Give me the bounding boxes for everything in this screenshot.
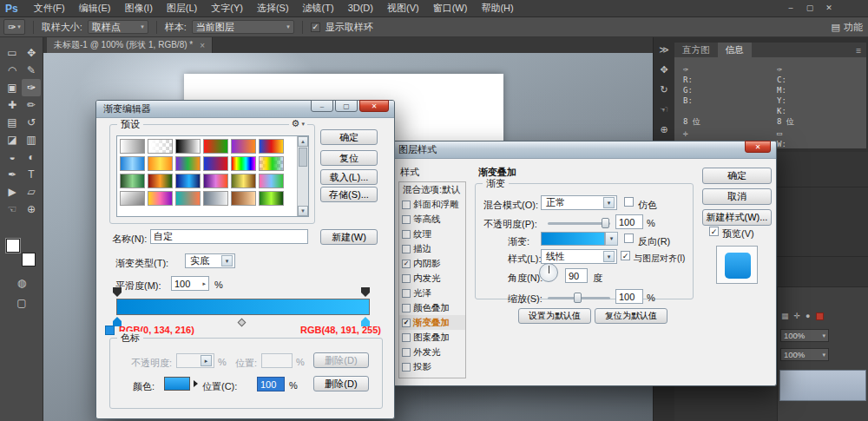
- style-dropdown[interactable]: 线性 ▾: [541, 249, 617, 264]
- new-style-button[interactable]: 新建样式(W)...: [702, 209, 772, 226]
- workspace-switcher[interactable]: ▤ 功能: [832, 17, 863, 36]
- rotate-3d-icon[interactable]: ↻: [660, 84, 667, 95]
- ok-button[interactable]: 确定: [320, 129, 378, 145]
- gradient-preset[interactable]: [148, 174, 173, 188]
- style-item-inner-glow[interactable]: 内发光: [399, 271, 465, 286]
- tool-preset-picker[interactable]: ✑ ▾: [3, 19, 25, 35]
- menu-image[interactable]: 图像(I): [117, 0, 159, 16]
- marquee-tool[interactable]: ▭: [3, 44, 22, 62]
- reverse-checkbox[interactable]: [624, 234, 634, 243]
- gradient-preset[interactable]: [231, 139, 256, 154]
- blur-tool[interactable]: ◒: [3, 148, 22, 166]
- gradient-preset[interactable]: [259, 191, 284, 206]
- gradient-preset[interactable]: [175, 191, 201, 206]
- menu-help[interactable]: 帮助(H): [474, 0, 520, 16]
- restore-button[interactable]: ▢: [800, 0, 819, 16]
- opacity-stop-left[interactable]: [113, 287, 122, 297]
- gradient-preset[interactable]: [148, 191, 173, 206]
- eyedropper-tool[interactable]: ✑: [22, 79, 41, 96]
- load-button[interactable]: 载入(L)...: [320, 169, 378, 185]
- hand-tool[interactable]: ☜: [3, 201, 22, 218]
- set-default-button[interactable]: 设置为默认值: [518, 308, 591, 324]
- selected-layer-row[interactable]: [779, 370, 866, 401]
- gradient-preset[interactable]: [203, 139, 228, 154]
- minimize-button[interactable]: –: [781, 0, 800, 16]
- scroll-up-icon[interactable]: ▲: [298, 136, 308, 147]
- gradient-bar[interactable]: [116, 299, 370, 315]
- dither-checkbox[interactable]: [624, 197, 634, 207]
- cancel-button[interactable]: 取消: [702, 188, 772, 205]
- gradient-preset[interactable]: [203, 174, 228, 188]
- smoothness-input[interactable]: 100 ▸: [171, 276, 209, 291]
- opacity-slider-knob[interactable]: [602, 218, 609, 228]
- gradient-preset[interactable]: [120, 174, 145, 188]
- gradient-name-input[interactable]: 自定: [150, 229, 308, 244]
- dialog-close-button[interactable]: ✕: [745, 141, 771, 153]
- pattern-overlay-checkbox[interactable]: [402, 333, 411, 342]
- style-item-pattern-overlay[interactable]: 图案叠加: [399, 330, 465, 345]
- menu-edit[interactable]: 编辑(E): [72, 0, 118, 16]
- gradient-preset[interactable]: [120, 139, 145, 154]
- opacity-input[interactable]: 100: [615, 214, 643, 229]
- gradient-preset[interactable]: [259, 174, 284, 188]
- path-select-tool[interactable]: ▶: [3, 183, 22, 201]
- gradient-swatch[interactable]: [541, 232, 605, 246]
- gradient-type-dropdown[interactable]: 实底 ▾: [185, 253, 235, 268]
- zoom-tool[interactable]: ⊕: [22, 201, 41, 218]
- background-color-swatch[interactable]: [22, 253, 36, 266]
- gradient-preset[interactable]: [120, 191, 145, 206]
- scale-slider-knob[interactable]: [574, 293, 582, 303]
- gradient-preset[interactable]: [203, 156, 228, 171]
- collapse-panels-icon[interactable]: ≫: [659, 44, 669, 56]
- style-item-color-overlay[interactable]: 颜色叠加: [399, 300, 465, 315]
- tab-info[interactable]: 信息: [718, 43, 752, 57]
- dialog-close-button[interactable]: ✕: [359, 100, 389, 112]
- menu-file[interactable]: 文件(F): [27, 0, 72, 16]
- sample-size-dropdown[interactable]: 取样点 ▾: [88, 20, 148, 34]
- pen-tool[interactable]: ✒: [3, 166, 22, 183]
- style-item-texture[interactable]: 纹理: [399, 227, 465, 241]
- scrollbar-thumb[interactable]: [299, 148, 307, 167]
- zoom-3d-icon[interactable]: ⊕: [660, 124, 667, 135]
- layer-opacity-field[interactable]: 100% ▾: [780, 329, 829, 342]
- eraser-tool[interactable]: ◪: [3, 131, 22, 148]
- quick-mask-icon[interactable]: ◍: [17, 277, 26, 289]
- history-brush-tool[interactable]: ↺: [22, 114, 41, 131]
- gradient-preset[interactable]: [175, 139, 201, 154]
- texture-checkbox[interactable]: [402, 230, 411, 239]
- tab-histogram[interactable]: 直方图: [674, 43, 718, 57]
- screen-mode-icon[interactable]: ▢: [16, 297, 26, 309]
- dodge-tool[interactable]: ◐: [22, 148, 41, 166]
- gradient-preset[interactable]: [231, 191, 256, 206]
- style-item-satin[interactable]: 光泽: [399, 286, 465, 300]
- document-tab[interactable]: 未标题-1 @ 100% (形状 1, RGB/8) * ×: [47, 37, 213, 53]
- menu-3d[interactable]: 3D(D): [341, 0, 380, 16]
- sample-dropdown[interactable]: 当前图层 ▾: [192, 20, 294, 34]
- layer-style-titlebar[interactable]: 图层样式 ✕: [391, 141, 776, 159]
- outer-glow-checkbox[interactable]: [402, 348, 411, 357]
- pan-3d-icon[interactable]: ☜: [660, 104, 668, 115]
- scale-input[interactable]: 100: [615, 289, 643, 304]
- stop-color-swatch[interactable]: [164, 377, 190, 391]
- lock-all-icon[interactable]: ▦: [781, 312, 789, 320]
- style-item-bevel[interactable]: 斜面和浮雕: [399, 197, 465, 212]
- color-overlay-checkbox[interactable]: [402, 304, 411, 312]
- angle-input[interactable]: 90: [565, 268, 588, 283]
- gradient-preset[interactable]: [203, 191, 228, 206]
- stroke-checkbox[interactable]: [402, 245, 411, 253]
- menu-type[interactable]: 文字(Y): [204, 0, 250, 16]
- quick-select-tool[interactable]: ✎: [22, 62, 41, 79]
- midpoint-marker[interactable]: [238, 319, 247, 327]
- gradient-overlay-checkbox[interactable]: ✓: [402, 319, 411, 327]
- scale-slider[interactable]: [548, 297, 610, 299]
- style-item-outer-glow[interactable]: 外发光: [399, 345, 465, 359]
- inner-glow-checkbox[interactable]: [402, 274, 411, 283]
- menu-filter[interactable]: 滤镜(T): [296, 0, 341, 16]
- lock-pixels-icon[interactable]: ●: [806, 312, 810, 320]
- gradient-preset[interactable]: [259, 156, 284, 171]
- contour-checkbox[interactable]: [402, 215, 411, 224]
- move-tool[interactable]: ✥: [22, 44, 41, 62]
- save-button[interactable]: 存储(S)...: [320, 187, 378, 202]
- dialog-restore-button[interactable]: ▢: [335, 100, 358, 112]
- gradient-preset[interactable]: [231, 156, 256, 171]
